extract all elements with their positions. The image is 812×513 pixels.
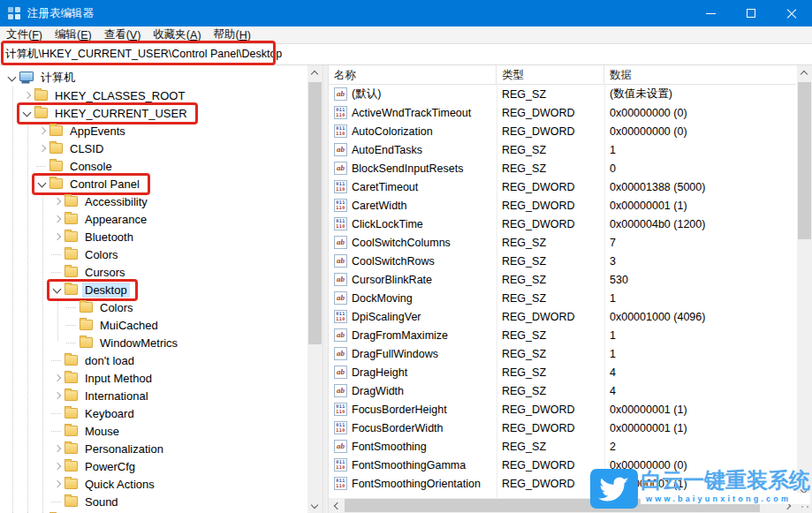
string-value-icon: ab [334, 366, 347, 379]
registry-value-row[interactable]: 011110ActiveWndTrackTimeoutREG_DWORD0x00… [329, 103, 796, 122]
value-data-cell: 530 [604, 274, 796, 286]
minimize-button[interactable] [690, 0, 731, 26]
registry-value-row[interactable]: abBlockSendInputResetsREG_SZ0 [329, 159, 796, 177]
collapse-icon[interactable] [20, 104, 34, 122]
expand-icon[interactable] [50, 210, 65, 228]
title-bar: 注册表编辑器 [0, 0, 812, 26]
tree-item-appevents[interactable]: AppEvents [0, 122, 307, 140]
scroll-up-icon[interactable] [797, 65, 812, 80]
tree-item-don-t-load[interactable]: don't load [0, 351, 307, 369]
collapse-icon[interactable] [5, 69, 19, 87]
tree-item-personalization[interactable]: Personalization [0, 440, 307, 457]
registry-value-row[interactable]: 011110CaretWidthREG_DWORD0x00000001 (1) [329, 196, 796, 215]
registry-value-row[interactable]: 011110ClickLockTimeREG_DWORD0x000004b0 (… [329, 215, 796, 233]
tree-item-quick-actions[interactable]: Quick Actions [0, 475, 307, 493]
menu-item-e[interactable]: 编辑(E) [49, 26, 98, 43]
tree-item-计算机[interactable]: 计算机 [0, 69, 307, 87]
registry-value-row[interactable]: abFontSmoothingREG_SZ2 [329, 437, 796, 456]
tree-item-label: Accessibility [82, 194, 150, 209]
tree-item-windowmetrics[interactable]: WindowMetrics [0, 334, 307, 351]
registry-value-row[interactable]: abCoolSwitchRowsREG_SZ3 [329, 252, 796, 270]
value-data-cell: 0x00000001 (1) [604, 200, 796, 212]
registry-value-row[interactable]: abDragFromMaximizeREG_SZ1 [329, 326, 796, 344]
tree-connector [50, 404, 65, 422]
dword-value-icon: 011110 [334, 199, 347, 212]
collapse-icon[interactable] [50, 281, 65, 298]
tree-item-desktop[interactable]: Desktop [0, 281, 307, 298]
scroll-left-icon[interactable] [329, 498, 344, 513]
scrollbar-thumb[interactable] [308, 82, 322, 344]
registry-value-row[interactable]: 011110AutoColorizationREG_DWORD0x0000000… [329, 122, 796, 140]
tree-scrollbar-vertical[interactable] [307, 65, 323, 513]
tree-item-hkey-current-user[interactable]: HKEY_CURRENT_USER [0, 104, 307, 122]
maximize-button[interactable] [731, 0, 771, 26]
value-data-cell: 3 [604, 255, 796, 268]
values-scrollbar-vertical[interactable] [797, 65, 812, 498]
registry-value-row[interactable]: abDragHeightREG_SZ4 [329, 363, 796, 381]
expand-icon[interactable] [50, 228, 65, 245]
value-data-cell: 1 [604, 144, 796, 156]
registry-value-row[interactable]: 011110FocusBorderWidthREG_DWORD0x0000000… [329, 419, 796, 437]
value-type-cell: REG_SZ [497, 144, 604, 156]
tree-item-mouse[interactable]: Mouse [0, 422, 307, 440]
menu-item-f[interactable]: 文件(F) [0, 26, 49, 43]
registry-value-row[interactable]: 011110FocusBorderHeightREG_DWORD0x000000… [329, 400, 796, 419]
tree-item-muicached[interactable]: MuiCached [0, 316, 307, 334]
registry-value-row[interactable]: ab(默认)REG_SZ(数值未设置) [329, 85, 796, 103]
tree-item-powercfg[interactable]: PowerCfg [0, 457, 307, 475]
expand-icon[interactable] [50, 440, 65, 457]
expand-icon[interactable] [50, 192, 65, 210]
column-header-data[interactable]: 数据 [604, 65, 796, 85]
registry-value-row[interactable]: abCursorBlinkRateREG_SZ530 [329, 270, 796, 289]
tree-item-keyboard[interactable]: Keyboard [0, 404, 307, 422]
value-name: (默认) [352, 87, 381, 102]
tree-item-control-panel[interactable]: Control Panel [0, 175, 307, 192]
column-header-type[interactable]: 类型 [497, 65, 604, 85]
menu-item-a[interactable]: 收藏夹(A) [147, 26, 207, 43]
registry-value-row[interactable]: 011110DpiScalingVerREG_DWORD0x00001000 (… [329, 307, 796, 326]
registry-value-row[interactable]: abAutoEndTasksREG_SZ1 [329, 140, 796, 159]
registry-value-row[interactable]: abDragWidthREG_SZ4 [329, 381, 796, 400]
tree-item-input-method[interactable]: Input Method [0, 369, 307, 387]
tree-item-sound[interactable]: Sound [0, 493, 307, 510]
expand-icon[interactable] [50, 457, 65, 475]
expand-icon[interactable] [35, 140, 49, 157]
scrollbar-thumb[interactable] [798, 82, 811, 239]
tree-item-label: WindowMetrics [97, 336, 180, 351]
registry-value-row[interactable]: abCoolSwitchColumnsREG_SZ7 [329, 233, 796, 252]
pane-divider[interactable] [323, 65, 329, 513]
tree-item-appearance[interactable]: Appearance [0, 210, 307, 228]
expand-icon[interactable] [50, 369, 65, 387]
tree-item-line: Input Method [50, 369, 155, 387]
registry-value-row[interactable]: 011110CaretTimeoutREG_DWORD0x00001388 (5… [329, 177, 796, 196]
annotation-box: Control Panel [32, 173, 150, 195]
tree-item-cursors[interactable]: Cursors [0, 263, 307, 281]
address-bar[interactable]: 计算机\HKEY_CURRENT_USER\Control Panel\Desk… [0, 43, 812, 65]
column-header-name[interactable]: 名称 [329, 65, 497, 85]
value-data-cell: 0x00001000 (4096) [604, 311, 796, 323]
registry-value-row[interactable]: abDockMovingREG_SZ1 [329, 289, 796, 307]
tree-item-international[interactable]: International [0, 387, 307, 404]
tree-item-accessibility[interactable]: Accessibility [0, 192, 307, 210]
menu-item-v[interactable]: 查看(V) [98, 26, 148, 43]
tree-item-bluetooth[interactable]: Bluetooth [0, 228, 307, 245]
menu-item-h[interactable]: 帮助(H) [208, 26, 257, 43]
value-name: CaretWidth [352, 200, 407, 212]
registry-value-row[interactable]: abDragFullWindowsREG_SZ1 [329, 344, 796, 363]
expand-icon[interactable] [50, 387, 65, 404]
string-value-icon: ab [334, 143, 347, 156]
tree-connector [50, 493, 65, 510]
collapse-icon[interactable] [35, 175, 49, 192]
expand-icon[interactable] [50, 475, 65, 493]
watermark-brand: 白云一键重装系统 [641, 469, 810, 492]
dword-value-icon: 011110 [334, 421, 347, 434]
scroll-down-icon[interactable] [307, 498, 323, 513]
close-button[interactable] [771, 0, 812, 26]
address-text: 计算机\HKEY_CURRENT_USER\Control Panel\Desk… [5, 47, 282, 62]
tree-item-clsid[interactable]: CLSID [0, 140, 307, 157]
tree-item-colors[interactable]: Colors [0, 245, 307, 263]
scroll-up-icon[interactable] [307, 65, 323, 80]
tree-item-colors[interactable]: Colors [0, 298, 307, 316]
expand-icon[interactable] [35, 122, 49, 140]
tree-item-label: Colors [82, 247, 121, 262]
